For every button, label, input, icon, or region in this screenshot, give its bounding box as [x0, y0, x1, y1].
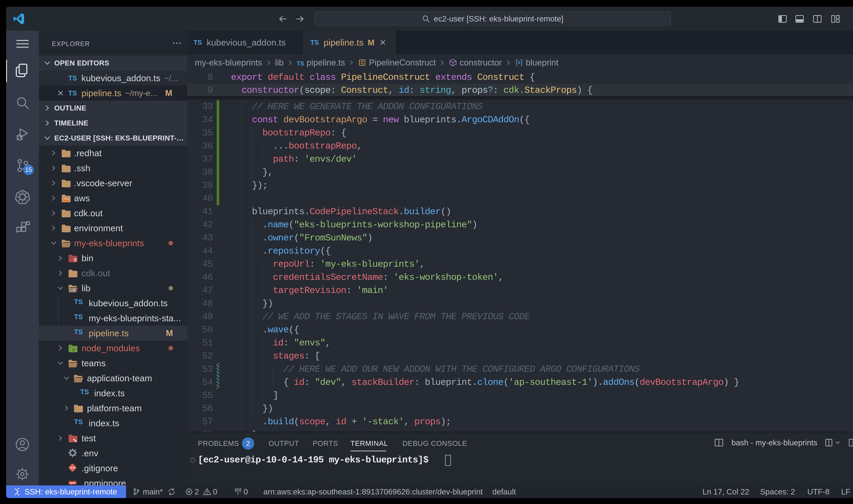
svg-text:npm: npm — [69, 481, 75, 485]
